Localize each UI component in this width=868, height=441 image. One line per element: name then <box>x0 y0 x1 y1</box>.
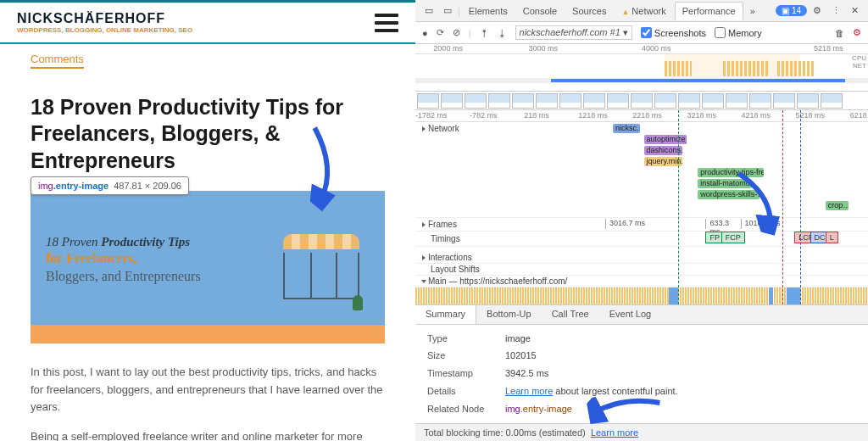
row-timings-label: Timings <box>431 234 460 243</box>
post-body: In this post, I want to lay out the best… <box>31 364 385 441</box>
upload-icon[interactable]: ⭱ <box>480 28 489 38</box>
ov-mark: 4000 ms <box>642 44 671 53</box>
tab-sources[interactable]: Sources <box>565 3 613 20</box>
inspect-icon[interactable]: ▭ <box>420 5 437 16</box>
brand-name: NICKSCHÄFERHOFF <box>17 11 192 26</box>
details-tabs: Summary Bottom-Up Call Tree Event Log <box>415 304 868 325</box>
btab-bottomup[interactable]: Bottom-Up <box>476 305 542 324</box>
summary-learn-more-link[interactable]: Learn more <box>505 386 553 396</box>
btab-summary[interactable]: Summary <box>415 305 476 324</box>
btab-calltree[interactable]: Call Tree <box>542 305 599 324</box>
hero-image: 18 Proven Productivity Tips for Freelanc… <box>31 191 385 343</box>
hamburger-icon[interactable] <box>375 14 398 32</box>
network-bar[interactable]: autoptimize_… <box>644 135 687 144</box>
network-bar[interactable]: jquery.min.js … <box>644 157 683 166</box>
tab-performance[interactable]: Performance <box>675 2 743 20</box>
status-bar: Total blocking time: 0.00ms (estimated) … <box>415 423 868 441</box>
hero-illustration <box>275 226 368 319</box>
download-icon[interactable]: ⭳ <box>498 28 507 38</box>
row-main-label[interactable]: Main — https://nickschaeferhoff.com/ <box>428 276 567 286</box>
profile-select[interactable]: nickschaeferhoff.com #1 ▾ <box>515 25 632 40</box>
element-inspector-tooltip: img.entry-image487.81 × 209.06 <box>31 176 189 195</box>
screenshots-checkbox[interactable]: Screenshots <box>641 27 706 38</box>
frame-bar[interactable]: 3016.7 ms <box>605 219 706 229</box>
issues-badge[interactable]: ▣ 14 <box>776 5 807 16</box>
ov-mark: 3000 ms <box>529 44 559 53</box>
timing-pill-fcp[interactable]: FCP <box>721 232 745 243</box>
paragraph-1: In this post, I want to lay out the best… <box>31 364 385 416</box>
row-layout-shifts-label: Layout Shifts <box>431 265 480 274</box>
row-frames-label[interactable]: Frames <box>428 220 457 229</box>
tab-network[interactable]: Network <box>615 3 672 20</box>
row-interactions-label[interactable]: Interactions <box>428 253 472 262</box>
performance-toolbar: ● ⟳ ⊘ | ⭱ ⭳ nickschaeferhoff.com #1 ▾ Sc… <box>415 22 868 44</box>
paragraph-2: Being a self-employed freelance writer a… <box>31 428 385 441</box>
device-icon[interactable]: ▭ <box>439 5 456 16</box>
ov-mark: 2000 ms <box>433 44 463 53</box>
menu-icon[interactable]: ⋮ <box>827 5 845 16</box>
timing-pill-l[interactable]: L <box>826 232 838 243</box>
hero-line1b: Productivity Tips <box>101 235 190 248</box>
ov-mark: 5218 ms <box>814 44 843 53</box>
trash-icon[interactable]: 🗑 <box>835 28 844 38</box>
close-devtools-icon[interactable]: ✕ <box>847 5 863 16</box>
tab-console[interactable]: Console <box>516 3 564 20</box>
memory-checkbox[interactable]: Memory <box>715 27 762 38</box>
summary-related-node[interactable]: img.entry-image <box>505 404 572 414</box>
summary-size: 102015 <box>505 350 537 360</box>
brand-tagline: WORDPRESS, BLOGGING, ONLINE MARKETING, S… <box>17 26 192 34</box>
network-bar[interactable]: crop… <box>826 201 849 210</box>
tabs-overflow[interactable]: » <box>745 6 760 16</box>
network-bar[interactable]: nicksc… <box>613 124 640 133</box>
record-icon[interactable]: ● <box>422 28 428 38</box>
devtools-tabs: ▭ ▭ | Elements Console Sources Network P… <box>415 0 868 22</box>
row-network-label[interactable]: Network <box>428 124 459 133</box>
hero-text: 18 Proven Productivity Tips for Freelanc… <box>46 234 201 286</box>
btab-eventlog[interactable]: Event Log <box>599 305 662 324</box>
tab-elements[interactable]: Elements <box>462 3 515 20</box>
capture-settings-icon[interactable]: ⚙ <box>853 27 861 38</box>
settings-icon[interactable]: ⚙ <box>809 5 826 16</box>
site-brand: NICKSCHÄFERHOFF WORDPRESS, BLOGGING, ONL… <box>17 11 192 34</box>
comments-link[interactable]: Comments <box>31 53 84 69</box>
network-bar[interactable]: dashicons.mi… <box>644 146 683 155</box>
summary-type: image <box>505 333 531 343</box>
summary-timestamp: 3942.5 ms <box>505 368 548 378</box>
reload-icon[interactable]: ⟳ <box>437 27 444 38</box>
overview-pane[interactable]: 2000 ms 3000 ms 4000 ms 5218 ms CPUNET <box>415 44 868 92</box>
clear-icon[interactable]: ⊘ <box>453 27 460 38</box>
flame-chart[interactable]: -1782 ms-782 ms218 ms1218 ms2218 ms3218 … <box>415 110 868 304</box>
hero-line2: for Freelancers, <box>46 250 201 268</box>
screenshot-filmstrip[interactable] <box>415 92 868 110</box>
hero-line3: Bloggers, and Entrepreneurs <box>46 268 201 286</box>
hero-line1a: 18 Proven <box>46 235 101 248</box>
